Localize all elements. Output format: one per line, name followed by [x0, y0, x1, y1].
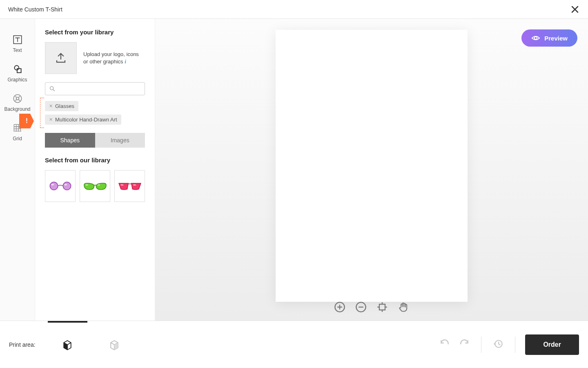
library-item-glasses-purple[interactable]	[45, 170, 76, 202]
upload-button[interactable]	[45, 42, 77, 74]
divider	[515, 337, 515, 353]
main: Text Graphics Background Grid ! Select f…	[0, 19, 588, 321]
left-rail: Text Graphics Background Grid !	[0, 19, 35, 321]
plus-circle-icon	[334, 301, 345, 313]
rail-item-text[interactable]: Text	[0, 31, 35, 61]
rail-label-grid: Grid	[13, 136, 22, 141]
minus-circle-icon	[355, 301, 367, 313]
graphics-panel: Select from your library Upload your log…	[35, 19, 155, 321]
preview-label: Preview	[544, 35, 568, 42]
print-area-back[interactable]	[95, 334, 134, 355]
svg-rect-21	[379, 304, 385, 310]
canvas-tools	[334, 301, 410, 313]
footer-right: Order	[438, 334, 579, 355]
svg-point-14	[85, 184, 88, 186]
tag-label: Glasses	[55, 103, 74, 109]
segmented-control: Shapes Images	[45, 133, 145, 148]
remove-tag-icon[interactable]: ✕	[49, 103, 53, 109]
filter-tag-glasses[interactable]: ✕ Glasses	[45, 101, 78, 111]
our-library-heading: Select from our library	[45, 157, 145, 164]
rail-label-background: Background	[4, 106, 30, 112]
cube-front-icon	[61, 339, 74, 351]
eye-icon	[531, 34, 540, 43]
svg-point-8	[19, 100, 20, 101]
svg-point-3	[13, 94, 22, 103]
print-area-label: Print area:	[9, 341, 36, 348]
svg-point-4	[16, 97, 19, 100]
library-item-glasses-pink[interactable]	[114, 170, 145, 202]
tag-label: Multicolor Hand-Drawn Art	[55, 117, 117, 123]
svg-point-7	[15, 100, 16, 101]
svg-point-9	[50, 87, 53, 90]
upload-text: Upload your logo, icons or other graphic…	[83, 51, 145, 65]
alert-badge-label: !	[25, 117, 27, 125]
info-icon[interactable]: i	[125, 58, 126, 65]
glasses-icon	[82, 181, 108, 191]
library-item-glasses-green[interactable]	[80, 170, 110, 202]
svg-point-6	[19, 96, 20, 97]
undo-icon	[439, 339, 450, 349]
cube-back-icon	[108, 339, 120, 351]
svg-point-15	[97, 184, 100, 186]
redo-icon	[459, 339, 470, 349]
tab-images[interactable]: Images	[95, 133, 145, 148]
library-grid	[45, 170, 145, 202]
svg-point-5	[15, 96, 16, 97]
order-button[interactable]: Order	[525, 334, 579, 355]
upload-text-content: Upload your logo, icons or other graphic…	[83, 51, 139, 65]
your-library-heading: Select from your library	[45, 29, 145, 36]
filter-tag-multicolor[interactable]: ✕ Multicolor Hand-Drawn Art	[45, 114, 121, 125]
center-button[interactable]	[376, 301, 388, 313]
divider	[481, 337, 481, 353]
svg-point-12	[51, 184, 53, 186]
redo-button[interactable]	[457, 337, 471, 352]
history-button[interactable]	[491, 337, 505, 352]
rail-label-text: Text	[13, 47, 22, 53]
rail-item-graphics[interactable]: Graphics	[0, 61, 35, 90]
remove-tag-icon[interactable]: ✕	[49, 117, 53, 122]
rail-label-graphics: Graphics	[7, 77, 27, 83]
svg-point-17	[133, 184, 136, 186]
highlight-marker	[40, 98, 44, 128]
svg-point-16	[120, 184, 123, 186]
svg-point-18	[535, 37, 537, 39]
upload-row: Upload your logo, icons or other graphic…	[45, 42, 145, 74]
search-input[interactable]	[45, 82, 145, 95]
text-icon	[12, 34, 23, 45]
search-wrap	[45, 82, 145, 95]
graphics-icon	[12, 64, 23, 74]
glasses-icon	[117, 181, 143, 191]
zoom-in-button[interactable]	[334, 301, 346, 313]
preview-button[interactable]: Preview	[521, 29, 577, 47]
pan-button[interactable]	[397, 301, 410, 313]
close-icon	[571, 5, 579, 13]
close-button[interactable]	[570, 4, 580, 14]
page-title: White Custom T-Shirt	[8, 6, 62, 13]
print-area-front[interactable]	[48, 334, 87, 355]
artboard[interactable]	[276, 30, 468, 302]
hand-icon	[398, 301, 409, 313]
header: White Custom T-Shirt	[0, 0, 588, 19]
zoom-out-button[interactable]	[355, 301, 367, 313]
undo-button[interactable]	[438, 337, 452, 352]
background-icon	[12, 93, 23, 104]
svg-point-11	[63, 182, 71, 190]
tab-shapes[interactable]: Shapes	[45, 133, 95, 148]
history-icon	[493, 339, 503, 349]
center-icon	[376, 301, 388, 313]
footer-left: Print area:	[9, 334, 134, 355]
glasses-icon	[47, 181, 74, 191]
svg-point-10	[50, 182, 58, 190]
canvas-area: Preview	[155, 19, 588, 321]
search-icon	[49, 85, 56, 92]
svg-point-13	[64, 184, 67, 186]
upload-icon	[55, 52, 67, 64]
svg-point-1	[14, 65, 19, 70]
filter-tags: ✕ Glasses ✕ Multicolor Hand-Drawn Art	[45, 101, 145, 125]
footer: Print area: Order	[0, 321, 588, 368]
svg-rect-2	[17, 69, 21, 73]
